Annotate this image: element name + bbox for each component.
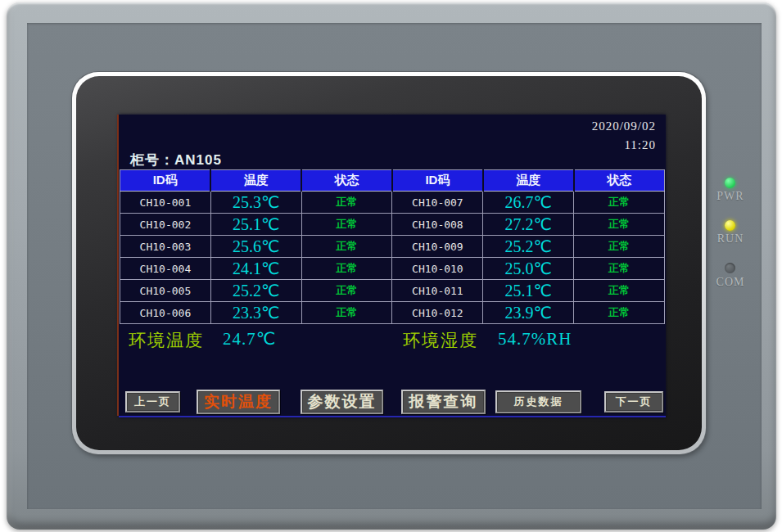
channel-id: CH10-010	[392, 258, 483, 280]
screen-inner-bezel: 2020/09/02 11:20 柜号：AN105 ID码温度状态ID码温度状态…	[76, 76, 702, 450]
channel-id: CH10-004	[120, 258, 211, 280]
channel-id: CH10-009	[392, 236, 483, 258]
nav-param-settings-button[interactable]: 参数设置	[301, 390, 383, 414]
channel-id: CH10-011	[392, 280, 483, 302]
column-header: ID码	[392, 170, 483, 192]
channel-temp: 25.0℃	[483, 258, 574, 280]
channel-table-body: CH10-00125.3℃正常CH10-00726.7℃正常CH10-00225…	[120, 192, 665, 324]
channel-temp: 25.6℃	[210, 236, 301, 258]
channel-status: 正常	[574, 280, 665, 302]
cabinet-id-label: 柜号：AN105	[130, 151, 222, 169]
channel-status: 正常	[301, 236, 392, 258]
channel-status: 正常	[301, 280, 392, 302]
channel-id: CH10-012	[392, 302, 483, 324]
column-header: 温度	[210, 170, 301, 192]
run-led-icon	[725, 220, 735, 231]
channel-status: 正常	[574, 236, 665, 258]
channel-temp: 27.2℃	[483, 214, 574, 236]
env-humidity-label: 环境湿度	[403, 329, 478, 352]
channel-temp: 26.7℃	[483, 192, 574, 214]
nav-next-page-button[interactable]: 下一页	[604, 391, 663, 413]
column-header: ID码	[120, 170, 211, 192]
channel-id: CH10-006	[120, 302, 211, 324]
table-row: CH10-00325.6℃正常CH10-00925.2℃正常	[120, 236, 665, 258]
env-temperature-value: 24.7℃	[223, 329, 276, 349]
channel-id: CH10-007	[392, 192, 483, 214]
run-led-label: RUN	[714, 232, 747, 246]
channel-status: 正常	[574, 302, 665, 324]
channel-temp: 25.2℃	[210, 280, 301, 302]
column-header: 状态	[301, 170, 392, 192]
channel-temp: 23.9℃	[483, 302, 574, 324]
channel-id: CH10-008	[392, 214, 483, 236]
nav-prev-page-button[interactable]: 上一页	[125, 391, 180, 413]
table-row: CH10-00525.2℃正常CH10-01125.1℃正常	[120, 280, 665, 302]
channel-temp: 25.1℃	[210, 214, 301, 236]
channel-temp: 24.1℃	[210, 258, 301, 280]
env-humidity-value: 54.7%RH	[498, 329, 572, 349]
com-led-label: COM	[714, 276, 747, 289]
channel-status: 正常	[574, 214, 665, 236]
time-display: 11:20	[624, 138, 656, 152]
channel-id: CH10-005	[120, 280, 211, 302]
channel-id: CH10-003	[120, 236, 211, 258]
table-row: CH10-00424.1℃正常CH10-01025.0℃正常	[120, 258, 665, 280]
date-display: 2020/09/02	[592, 119, 656, 133]
column-header: 状态	[574, 170, 665, 192]
channel-status: 正常	[301, 214, 392, 236]
channel-id: CH10-002	[120, 214, 211, 236]
channel-status: 正常	[574, 192, 665, 214]
screen-module: 2020/09/02 11:20 柜号：AN105 ID码温度状态ID码温度状态…	[72, 72, 706, 454]
table-row: CH10-00225.1℃正常CH10-00827.2℃正常	[120, 214, 665, 236]
channel-status: 正常	[301, 258, 392, 280]
nav-history-data-button[interactable]: 历史数据	[495, 390, 581, 413]
com-led-icon	[725, 263, 735, 273]
channel-temp: 25.3℃	[210, 192, 301, 214]
pwr-led-label: PWR	[714, 190, 747, 203]
table-row: CH10-00623.3℃正常CH10-01223.9℃正常	[120, 302, 665, 324]
channel-table: ID码温度状态ID码温度状态 CH10-00125.3℃正常CH10-00726…	[120, 169, 665, 324]
table-row: CH10-00125.3℃正常CH10-00726.7℃正常	[120, 192, 665, 214]
channel-table-header-row: ID码温度状态ID码温度状态	[120, 170, 665, 192]
hmi-panel: 2020/09/02 11:20 柜号：AN105 ID码温度状态ID码温度状态…	[0, 0, 782, 532]
column-header: 温度	[483, 170, 574, 192]
nav-alarm-query-button[interactable]: 报警查询	[401, 390, 486, 414]
channel-temp: 23.3℃	[210, 302, 301, 324]
channel-status: 正常	[301, 192, 392, 214]
env-temperature-label: 环境温度	[129, 329, 204, 352]
channel-id: CH10-001	[120, 192, 211, 214]
lcd-screen: 2020/09/02 11:20 柜号：AN105 ID码温度状态ID码温度状态…	[119, 115, 666, 417]
channel-temp: 25.2℃	[483, 236, 574, 258]
pwr-led-icon	[725, 178, 735, 188]
channel-status: 正常	[301, 302, 392, 324]
channel-status: 正常	[574, 258, 665, 280]
nav-realtime-temp-button[interactable]: 实时温度	[197, 390, 280, 414]
channel-temp: 25.1℃	[483, 280, 574, 302]
